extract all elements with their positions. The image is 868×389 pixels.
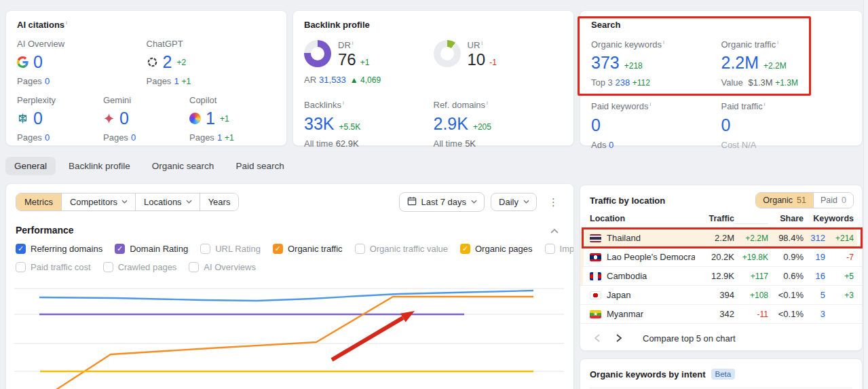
organic-toggle-label: Organic xyxy=(763,196,793,205)
info-icon[interactable]: i xyxy=(487,100,488,106)
metric-checkbox-row-2: Paid traffic cost Crawled pages AI Overv… xyxy=(16,262,564,272)
checkbox-label: Organic traffic xyxy=(288,244,343,254)
table-row-japan[interactable]: Japan 394 +108 <0.1% 5 +3 xyxy=(580,286,862,305)
info-icon[interactable]: i xyxy=(764,101,766,107)
checkbox-ai-overviews[interactable]: AI Overviews xyxy=(189,262,256,272)
cambodia-flag-icon xyxy=(590,272,601,280)
date-range-value: Last 7 days xyxy=(421,197,467,207)
tab-paid-search[interactable]: Paid search xyxy=(227,157,293,175)
keywords-value: 16 xyxy=(804,271,825,281)
chatgpt-metric: ChatGPT 2 +2 Pages1+1 xyxy=(147,39,276,86)
location-pager: Compare top 5 on chart xyxy=(580,324,862,352)
granularity-dropdown[interactable]: Daily xyxy=(491,193,537,211)
checkbox-icon xyxy=(460,244,470,254)
traffic-value: 12.9K xyxy=(695,271,734,281)
tab-backlink-profile[interactable]: Backlink profile xyxy=(60,157,139,175)
organic-traffic-value: 2.2M xyxy=(721,54,759,71)
checkbox-organic-traffic-value[interactable]: Organic traffic value xyxy=(355,244,448,254)
performance-chart[interactable] xyxy=(6,272,574,389)
checkbox-paid-traffic-cost[interactable]: Paid traffic cost xyxy=(16,262,91,272)
paid-keywords-label: Paid keywords xyxy=(591,102,649,112)
competitors-label: Competitors xyxy=(70,197,117,207)
years-segment[interactable]: Years xyxy=(200,193,239,210)
beta-badge: Beta xyxy=(711,369,736,379)
organic-toggle[interactable]: Organic51 xyxy=(756,193,813,208)
more-options-kebab-icon[interactable]: ⋮ xyxy=(543,195,564,210)
copilot-pages-change: +1 xyxy=(225,133,234,143)
locations-segment[interactable]: Locations xyxy=(136,193,200,210)
collapse-chevron-icon[interactable] xyxy=(550,225,559,236)
checkbox-label: Domain Rating xyxy=(130,244,188,254)
backlink-profile-card: Backlink profile DRi 76+1 AR31,533▲ 4,06… xyxy=(293,10,574,146)
gemini-value: 0 xyxy=(119,110,129,127)
value-value: $1.3M xyxy=(748,77,772,88)
ai-citations-card: AI citationsi AI Overview 0 Pages0 ChatG… xyxy=(5,10,287,146)
info-icon[interactable]: i xyxy=(650,101,652,107)
chevron-down-icon xyxy=(121,200,127,205)
tab-organic-search[interactable]: Organic search xyxy=(143,157,223,175)
competitors-segment[interactable]: Competitors xyxy=(62,193,136,210)
checkbox-label: URL Rating xyxy=(215,244,261,254)
perplexity-icon xyxy=(17,113,29,124)
table-row-cambodia[interactable]: Cambodia 12.9K +117 0.6% 16 +5 xyxy=(580,267,862,286)
date-range-dropdown[interactable]: Last 7 days xyxy=(399,192,485,212)
checkbox-referring-domains[interactable]: Referring domains xyxy=(16,244,102,254)
traffic-by-location-card: Traffic by location Organic51 Paid0 Loca… xyxy=(580,185,863,351)
table-row-myanmar[interactable]: Myanmar 342 -11 <0.1% 3 xyxy=(580,305,862,324)
info-icon[interactable]: i xyxy=(663,39,664,45)
checkbox-impressions[interactable]: Impressions xyxy=(545,244,574,254)
location-table-header: Location Traffic Share Keywords xyxy=(580,214,862,229)
col-traffic: Traffic xyxy=(695,214,734,229)
section-tabs: General Backlink profile Organic search … xyxy=(5,157,293,175)
copilot-pages: 1 xyxy=(217,132,222,143)
paid-toggle[interactable]: Paid0 xyxy=(813,193,853,208)
chart-mode-segmented-control: Metrics Competitors Locations Years xyxy=(16,193,239,211)
share-value: <0.1% xyxy=(768,290,804,300)
checkbox-icon xyxy=(16,262,26,272)
chatgpt-icon xyxy=(147,56,158,68)
info-icon[interactable]: i xyxy=(66,20,67,26)
metrics-segment[interactable]: Metrics xyxy=(16,193,62,210)
info-icon[interactable]: i xyxy=(343,100,344,106)
checkbox-domain-rating[interactable]: Domain Rating xyxy=(115,244,188,254)
keywords-change: +5 xyxy=(825,272,854,281)
metrics-label: Metrics xyxy=(24,197,53,207)
checkbox-organic-traffic[interactable]: Organic traffic xyxy=(273,244,343,254)
ur-metric: URi 10-1 xyxy=(434,40,563,85)
checkbox-organic-pages[interactable]: Organic pages xyxy=(460,244,533,254)
gemini-icon xyxy=(103,113,115,124)
next-page-chevron-icon[interactable] xyxy=(611,331,626,346)
info-icon[interactable]: i xyxy=(352,40,354,46)
pages-label: Pages xyxy=(189,132,214,143)
tab-general[interactable]: General xyxy=(5,157,56,175)
ai-overview-pages: 0 xyxy=(45,76,50,86)
checkbox-crawled-pages[interactable]: Crawled pages xyxy=(103,262,177,272)
paid-keywords-metric: Paid keywordsi 0 Ads 0 xyxy=(591,101,721,149)
location-name: Japan xyxy=(607,290,630,300)
traffic-change: +108 xyxy=(734,291,768,300)
compare-top5-button[interactable]: Compare top 5 on chart xyxy=(643,333,736,344)
chatgpt-pages: 1 xyxy=(174,76,178,86)
page-scrollbar[interactable] xyxy=(863,0,868,389)
chevron-down-icon xyxy=(186,200,191,205)
checkbox-url-rating[interactable]: URL Rating xyxy=(200,244,261,254)
ai-citations-title: AI citations xyxy=(17,20,64,30)
info-icon[interactable]: i xyxy=(777,39,778,45)
ai-overview-label: AI Overview xyxy=(17,39,147,49)
table-row-thailand[interactable]: Thailand 2.2M +2.2M 98.4% 312 +214 xyxy=(580,229,862,248)
ar-value: 31,533 xyxy=(319,75,346,85)
top3-value: 238 xyxy=(615,77,630,88)
performance-title: Performance xyxy=(16,225,74,236)
ar-label: AR xyxy=(304,75,316,85)
table-row-laos[interactable]: Lao People's Democratic Reput 20.2K +19.… xyxy=(580,248,862,267)
keywords-change: -7 xyxy=(825,253,854,262)
info-icon[interactable]: i xyxy=(481,40,483,46)
cost-value: N/A xyxy=(742,140,757,150)
copilot-label: Copilot xyxy=(189,95,276,105)
prev-page-chevron-icon[interactable] xyxy=(590,331,605,346)
checkbox-icon xyxy=(200,244,210,254)
ur-value: 10 xyxy=(468,52,486,68)
keywords-value: 312 xyxy=(804,233,825,243)
series-referring-domains xyxy=(39,291,533,301)
annotation-arrow xyxy=(400,311,415,322)
